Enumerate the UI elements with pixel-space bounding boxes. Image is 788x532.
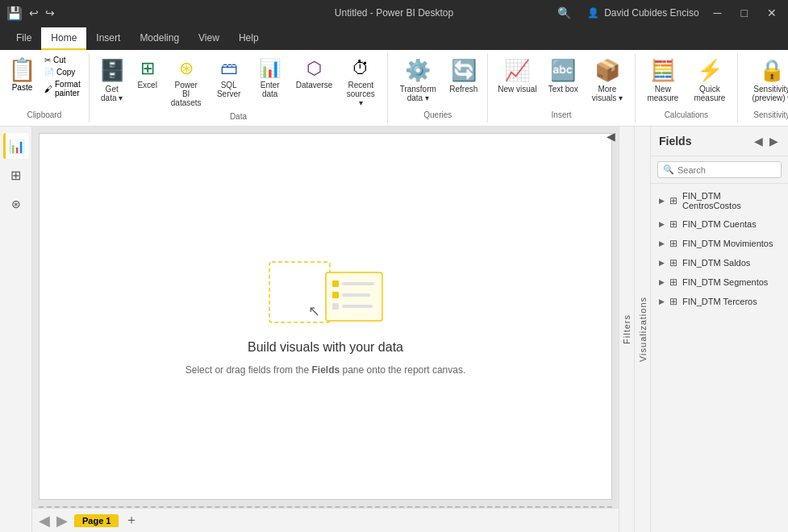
nav-report[interactable]: 📊 <box>3 133 29 159</box>
svg-rect-7 <box>342 305 373 308</box>
refresh-button[interactable]: 🔄 Refresh <box>444 55 482 97</box>
filters-label: Filters <box>622 314 632 344</box>
page-tab-1[interactable]: Page 1 <box>74 514 119 527</box>
search-title-icon[interactable]: 🔍 <box>557 6 571 19</box>
list-item[interactable]: ▶ ⊞ FIN_DTM Cuentas <box>651 214 788 234</box>
sensitivity-label: Sensitivity <box>743 109 788 121</box>
list-item[interactable]: ▶ ⊞ FIN_DTM Terceros <box>651 292 788 311</box>
visualizations-panel[interactable]: Visualizations <box>635 127 651 532</box>
close-button[interactable]: ✕ <box>762 5 782 21</box>
new-measure-icon: 🧮 <box>650 58 676 83</box>
cut-button[interactable]: ✂ Cut <box>41 55 84 65</box>
redo-icon[interactable]: ↪ <box>45 6 55 19</box>
copy-button[interactable]: 📄 Copy <box>41 67 84 77</box>
svg-rect-6 <box>332 303 339 310</box>
list-item[interactable]: ▶ ⊞ FIN_DTM Segmentos <box>651 272 788 292</box>
visualizations-label: Visualizations <box>638 297 648 362</box>
list-item[interactable]: ▶ ⊞ FIN_DTM CentrosCostos <box>651 187 788 214</box>
format-painter-button[interactable]: 🖌 Format painter <box>41 79 84 98</box>
tab-modeling[interactable]: Modeling <box>130 27 189 50</box>
group-calculations: 🧮 New measure ⚡ Quick measure Calculatio… <box>636 53 738 123</box>
data-view-icon: ⊞ <box>10 168 21 183</box>
chevron-icon: ▶ <box>659 278 665 286</box>
user-avatar: 👤 <box>587 7 599 19</box>
minimize-button[interactable]: ─ <box>709 5 727 21</box>
calculations-label: Calculations <box>640 109 732 121</box>
get-data-button[interactable]: 🗄️ Getdata ▾ <box>94 55 130 106</box>
group-queries: ⚙️ Transform data ▾ 🔄 Refresh Queries <box>388 53 488 123</box>
enter-data-button[interactable]: 📊 Enter data <box>251 55 290 102</box>
more-visuals-button[interactable]: 📦 More visuals ▾ <box>585 55 630 106</box>
new-visual-icon: 📈 <box>504 58 530 83</box>
canvas-illustration: ↖ <box>261 258 390 330</box>
main-area: 📊 ⊞ ⊛ ◀ <box>0 127 788 532</box>
tab-help[interactable]: Help <box>229 27 269 50</box>
table-icon: ⊞ <box>669 276 678 288</box>
dataverse-button[interactable]: ⬡ Dataverse <box>291 55 338 93</box>
field-label: FIN_DTM CentrosCostos <box>682 191 780 210</box>
fields-expand-right[interactable]: ▶ <box>768 133 780 149</box>
report-view-icon: 📊 <box>9 139 25 154</box>
tab-view[interactable]: View <box>189 27 229 50</box>
paste-button[interactable]: 📋 Paste <box>5 55 40 94</box>
group-clipboard: 📋 Paste ✂ Cut 📄 Copy 🖌 Format painter Cl… <box>0 53 90 123</box>
svg-rect-4 <box>332 292 339 298</box>
tab-home[interactable]: Home <box>41 27 86 50</box>
sql-server-button[interactable]: 🗃 SQL Server <box>209 55 249 102</box>
nav-data[interactable]: ⊞ <box>3 162 29 188</box>
list-item[interactable]: ▶ ⊞ FIN_DTM Saldos <box>651 253 788 272</box>
tab-file[interactable]: File <box>6 27 41 50</box>
table-icon: ⊞ <box>669 238 678 249</box>
recent-sources-icon: ⏱ <box>352 58 369 79</box>
sensitivity-icon: 🔒 <box>759 58 785 83</box>
svg-text:↖: ↖ <box>308 303 320 319</box>
new-measure-button[interactable]: 🧮 New measure <box>640 55 686 106</box>
enter-data-icon: 📊 <box>259 58 281 79</box>
power-bi-datasets-icon: ⊛ <box>179 58 194 79</box>
recent-sources-button[interactable]: ⏱ Recent sources ▾ <box>339 55 382 110</box>
power-bi-datasets-button[interactable]: ⊛ Power BI datasets <box>165 55 207 110</box>
group-data: 🗄️ Getdata ▾ ⊞ Excel ⊛ Power BI datasets… <box>90 53 389 123</box>
chevron-icon: ▶ <box>659 239 665 247</box>
group-insert: 📈 New visual 🔤 Text box 📦 More visuals ▾… <box>488 53 636 123</box>
canvas-area: ◀ <box>32 127 619 532</box>
canvas-placeholder-title: Build visuals with your data <box>248 340 403 355</box>
fields-search-input[interactable] <box>678 165 788 175</box>
format-painter-icon: 🖌 <box>44 85 52 94</box>
queries-label: Queries <box>393 109 482 121</box>
collapse-panel-button[interactable]: ◀ <box>607 130 615 143</box>
table-icon: ⊞ <box>669 296 678 307</box>
maximize-button[interactable]: □ <box>736 5 753 21</box>
text-box-button[interactable]: 🔤 Text box <box>544 55 583 97</box>
tab-insert[interactable]: Insert <box>86 27 130 50</box>
nav-model[interactable]: ⊛ <box>3 191 29 217</box>
field-label: FIN_DTM Saldos <box>682 258 750 268</box>
page-nav-left[interactable]: ◀ <box>39 512 50 530</box>
fields-collapse-left[interactable]: ◀ <box>753 133 765 149</box>
transform-data-button[interactable]: ⚙️ Transform data ▾ <box>393 55 443 106</box>
add-page-button[interactable]: ＋ <box>125 512 138 529</box>
excel-icon: ⊞ <box>140 58 155 79</box>
get-data-icon: 🗄️ <box>99 58 125 83</box>
report-canvas[interactable]: ↖ Build visuals with your data Select or… <box>39 133 612 500</box>
refresh-icon: 🔄 <box>451 58 477 83</box>
table-icon: ⊞ <box>669 195 678 206</box>
list-item[interactable]: ▶ ⊞ FIN_DTM Movimientos <box>651 234 788 253</box>
title-bar: 💾 ↩ ↪ Untitled - Power BI Desktop 🔍 👤 Da… <box>0 0 788 26</box>
page-nav-right[interactable]: ▶ <box>56 512 68 530</box>
quick-measure-icon: ⚡ <box>697 58 723 83</box>
excel-button[interactable]: ⊞ Excel <box>131 55 164 93</box>
group-sensitivity: 🔒 Sensitivity (preview) ▾ Sensitivity <box>738 53 788 123</box>
user-name: David Cubides Enciso <box>604 7 698 19</box>
new-visual-button[interactable]: 📈 New visual <box>493 55 541 97</box>
sensitivity-button[interactable]: 🔒 Sensitivity (preview) ▾ <box>743 55 788 106</box>
undo-icon[interactable]: ↩ <box>29 6 39 19</box>
quick-measure-button[interactable]: ⚡ Quick measure <box>687 55 732 106</box>
filters-panel[interactable]: Filters <box>619 127 635 532</box>
user-area[interactable]: 👤 David Cubides Enciso <box>587 7 698 19</box>
save-icon[interactable]: 💾 <box>6 6 23 21</box>
chevron-icon: ▶ <box>659 259 665 267</box>
left-nav: 📊 ⊞ ⊛ <box>0 127 32 532</box>
table-icon: ⊞ <box>669 218 678 230</box>
model-view-icon: ⊛ <box>11 197 21 210</box>
